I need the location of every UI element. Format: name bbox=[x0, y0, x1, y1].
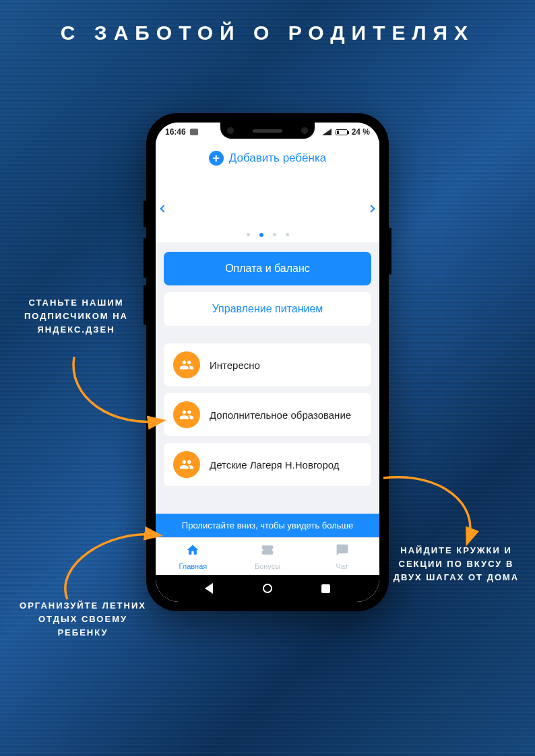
dot[interactable] bbox=[286, 233, 289, 236]
phone-side-button bbox=[144, 285, 146, 325]
battery-icon bbox=[336, 129, 348, 135]
nav-recent-icon[interactable] bbox=[321, 584, 330, 593]
nav-back-icon[interactable] bbox=[205, 583, 213, 594]
list-item-label: Детские Лагеря Н.Новгород bbox=[210, 459, 340, 471]
tab-label: Главная bbox=[179, 562, 207, 570]
home-icon bbox=[186, 543, 199, 560]
ticket-icon bbox=[261, 543, 274, 560]
chevron-left-icon[interactable] bbox=[160, 205, 167, 212]
phone-notch bbox=[220, 123, 315, 139]
list-item-label: Интересно bbox=[210, 359, 260, 371]
people-icon bbox=[173, 351, 200, 378]
chevron-right-icon[interactable] bbox=[367, 205, 375, 212]
phone-screen: 16:46 24 % + Добавить ребёнка bbox=[156, 123, 379, 602]
add-child-label: Добавить ребёнка bbox=[229, 151, 326, 165]
plus-icon: + bbox=[209, 151, 224, 166]
list-item-interesting[interactable]: Интересно bbox=[164, 343, 371, 386]
battery-percent: 24 % bbox=[352, 127, 370, 137]
signal-icon bbox=[322, 129, 332, 135]
phone-side-button bbox=[144, 238, 146, 278]
tab-bonus[interactable]: Бонусы bbox=[230, 538, 305, 575]
nav-home-icon[interactable] bbox=[263, 584, 272, 593]
android-navbar bbox=[156, 575, 379, 602]
phone-side-button bbox=[389, 228, 391, 275]
pay-balance-button[interactable]: Оплата и баланс bbox=[164, 252, 371, 285]
arrow-annotation bbox=[380, 471, 481, 555]
status-time: 16:46 bbox=[165, 127, 186, 137]
add-child-button[interactable]: + Добавить ребёнка bbox=[156, 141, 379, 175]
list-item-education[interactable]: Дополнительное образование bbox=[164, 393, 371, 436]
people-icon bbox=[173, 451, 200, 478]
manage-food-button[interactable]: Управление питанием bbox=[164, 292, 371, 326]
callout-camps: ОРГАНИЗУЙТЕ ЛЕТНИХ ОТДЫХ СВОЕМУ РЕБЕНКУ bbox=[19, 599, 147, 640]
list-item-camps[interactable]: Детские Лагеря Н.Новгород bbox=[164, 443, 371, 486]
tab-label: Чат bbox=[336, 562, 348, 570]
callout-subscribe: СТАНЬТЕ НАШИМ ПОДПИСЧИКОМ НА ЯНДЕКС.ДЗЕН bbox=[19, 296, 133, 337]
tab-chat[interactable]: Чат bbox=[305, 538, 379, 575]
scroll-hint: Пролистайте вниз, чтобы увидеть больше bbox=[156, 514, 379, 537]
people-icon bbox=[173, 401, 200, 428]
chat-icon bbox=[336, 543, 349, 560]
callout-sections: НАЙДИТЕ КРУЖКИ И СЕКЦИИ ПО ВКУСУ В ДВУХ … bbox=[392, 544, 520, 584]
phone-side-button bbox=[144, 201, 146, 228]
tab-home[interactable]: Главная bbox=[156, 538, 230, 575]
carousel-dots bbox=[156, 233, 379, 237]
list-item-label: Дополнительное образование bbox=[210, 409, 351, 421]
bottom-tabbar: Главная Бонусы Чат bbox=[156, 537, 379, 575]
dot-active[interactable] bbox=[259, 233, 263, 237]
dot[interactable] bbox=[247, 233, 250, 236]
app-body: + Добавить ребёнка Оплата и баланс Управ… bbox=[156, 141, 379, 575]
dot[interactable] bbox=[273, 233, 276, 236]
page-title: С ЗАБОТОЙ О РОДИТЕЛЯХ bbox=[0, 22, 535, 44]
tab-label: Бонусы bbox=[255, 562, 280, 570]
child-carousel[interactable] bbox=[156, 175, 379, 242]
photo-icon bbox=[190, 129, 198, 135]
phone-mockup: 16:46 24 % + Добавить ребёнка bbox=[146, 113, 389, 611]
